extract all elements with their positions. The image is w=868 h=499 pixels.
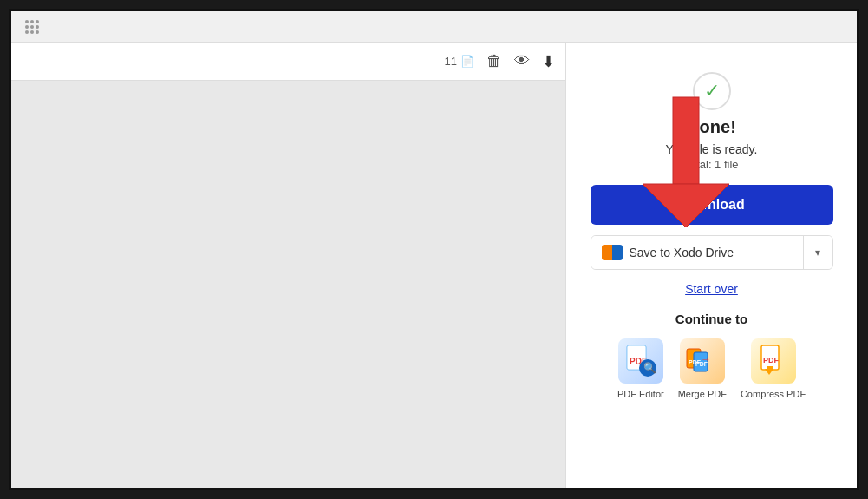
checkmark-icon: ✓ [704,80,720,102]
file-ready-text: Your file is ready. [666,142,758,156]
merge-pdf-label: Merge PDF [678,389,727,399]
svg-text:🔍: 🔍 [643,361,656,374]
continue-merge-pdf[interactable]: PDF PDF → Merge PDF [678,338,727,399]
app-window: 11 📄 🗑 👁 ⬇ ✓ Don [9,9,859,490]
start-over-link[interactable]: Start over [685,282,738,296]
continue-to-title: Continue to [675,312,747,326]
grid-icon [25,20,39,34]
left-panel: 11 📄 🗑 👁 ⬇ [11,43,566,488]
svg-marker-15 [765,369,773,375]
xodo-drive-icon [602,245,623,260]
download-toolbar-icon[interactable]: ⬇ [542,52,555,71]
eye-icon[interactable]: 👁 [514,52,530,70]
check-circle: ✓ [693,72,731,110]
continue-compress-pdf[interactable]: PDF Compress PDF [741,338,806,399]
svg-text:→: → [701,353,711,365]
continue-icons: PDF 🔍 PDF Editor [584,338,839,399]
done-title: Done! [687,117,736,137]
done-section: ✓ Done! Your file is ready. Total: 1 fil… [584,72,839,399]
download-button[interactable]: Download [591,185,833,225]
compress-pdf-label: Compress PDF [741,389,806,399]
save-to-xodo-label: Save to Xodo Drive [630,246,734,259]
page-count: 11 📄 [445,55,474,68]
svg-rect-14 [767,366,773,369]
merge-pdf-icon: PDF PDF → [680,338,725,384]
drive-chevron-button[interactable]: ▾ [803,236,832,269]
page-number: 11 [445,55,457,68]
compress-pdf-icon: PDF [751,338,796,384]
svg-text:PDF: PDF [763,356,780,364]
main-area: 11 📄 🗑 👁 ⬇ ✓ Don [11,43,857,488]
total-file-text: Total: 1 file [684,158,738,171]
left-toolbar: 11 📄 🗑 👁 ⬇ [11,43,565,81]
continue-pdf-editor[interactable]: PDF 🔍 PDF Editor [617,338,664,399]
right-panel: ✓ Done! Your file is ready. Total: 1 fil… [566,43,857,488]
pdf-editor-label: PDF Editor [617,389,664,399]
save-drive-row: Save to Xodo Drive ▾ [591,235,833,270]
pdf-editor-icon: PDF 🔍 [618,338,663,384]
top-bar [11,11,857,43]
save-to-xodo-button[interactable]: Save to Xodo Drive [591,236,803,269]
left-content-area [11,81,565,488]
page-doc-icon: 📄 [460,55,474,68]
delete-icon[interactable]: 🗑 [486,52,502,70]
